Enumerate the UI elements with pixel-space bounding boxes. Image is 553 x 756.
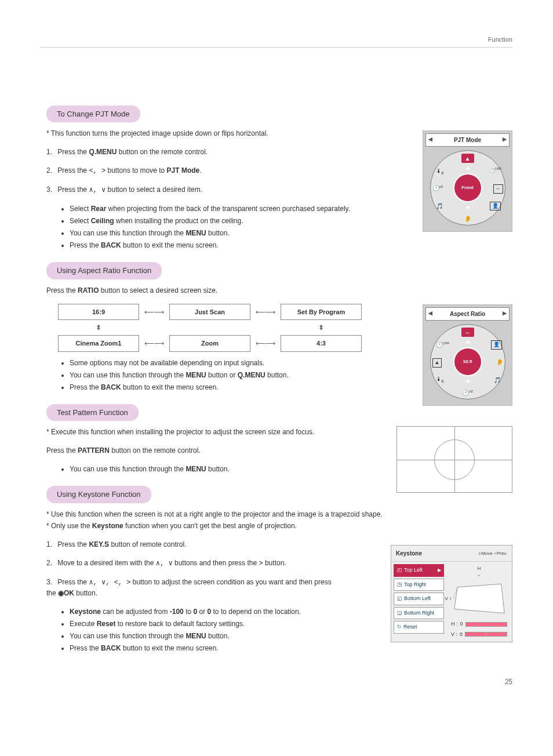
ks-note2-b: Keystone	[92, 522, 123, 530]
corner-tl-icon: ◰	[397, 566, 402, 575]
section-ks-heading: Using Keystone Function	[46, 486, 151, 503]
ks-s1-c: button of remote control.	[109, 540, 186, 548]
ks-side-hints: ⟐Move ↩Prev.	[478, 550, 507, 557]
ks-b1-h: to	[211, 608, 221, 616]
svg-marker-0	[454, 584, 504, 613]
ar-side-title: Aspect Ratio	[425, 307, 510, 321]
ar-b2-d: Q.MENU	[238, 371, 265, 379]
ks-item-label: Top Right	[404, 581, 426, 589]
pjt-b2-b: Ceiling	[91, 217, 114, 225]
corner-br-icon: ◲	[397, 609, 402, 617]
ks-b4-a: Press the	[70, 644, 101, 652]
ks-s1-b: KEY.S	[89, 540, 109, 548]
slider-bar[interactable]	[465, 632, 507, 637]
audio-icon: 🎵	[494, 376, 501, 384]
ks-b1-j: to depend on the location.	[221, 608, 301, 616]
pjt-b4-a: Press the	[70, 241, 101, 249]
ar-cell-zoom: Zoom	[169, 335, 250, 352]
ks-v-label: V :	[451, 631, 457, 639]
pjt-step1-a: Press the	[57, 148, 89, 156]
ear-icon: 👂	[496, 358, 503, 366]
arrow-lr-icon: ⟵⟶	[139, 307, 169, 317]
page-number: 25	[41, 677, 512, 687]
pjt-step3-c: button to select a desired item.	[105, 186, 202, 194]
ar-intro-c: button to select a desired screen size.	[99, 286, 217, 295]
ks-step-2: 2. Move to a desired item with the ∧, ∨ …	[46, 558, 342, 569]
tp-b-c: button.	[206, 465, 230, 473]
arrows-icon: ↔	[461, 328, 474, 337]
ks-note2-a: * Only use the	[46, 522, 92, 530]
user-icon: 👤	[491, 340, 502, 350]
pjt-b1-a: Select	[70, 205, 91, 213]
ar-b3-c: button to exit the menu screen.	[121, 383, 219, 391]
ks-item-label: Bottom Left	[404, 595, 431, 603]
tp-line-c: button on the remote control.	[110, 446, 201, 455]
ar-side-panel: Aspect Ratio 🕐OFF 👤 ▲ 👂 🌡K 🕐zZ 🎵 ↔ 16:9	[423, 304, 512, 406]
ks-b1-f: or	[197, 608, 207, 616]
pjt-side-panel: PJT Mode 🌡K 🕐OFF 🕐zZ ↔ 🎵 👤 👂 ▲ Front	[423, 130, 512, 232]
pjt-step1-c: button on the remote control.	[117, 148, 208, 156]
picture-mode-icon: ▲	[432, 358, 442, 368]
keystone-side-panel: Keystone ⟐Move ↩Prev. ◰Top Left ◳Top Rig…	[391, 545, 512, 642]
tp-line-a: Press the	[46, 446, 78, 455]
pjt-step1-b: Q.MENU	[89, 148, 117, 156]
pjt-b3-b: MENU	[185, 229, 206, 237]
ks-h-label: H :	[451, 620, 458, 628]
ar-b3-b: BACK	[101, 383, 121, 391]
arrow-lr-icon: ⟵⟶	[139, 338, 169, 348]
pjt-b4-c: button to exit the menu screen.	[121, 241, 219, 249]
ks-b1-a: Keystone	[70, 608, 101, 616]
keystone-diagram: V ↕	[453, 583, 505, 615]
ks-item-reset[interactable]: ↻Reset	[394, 621, 444, 634]
ks-s1-a: Press the	[57, 540, 89, 548]
pjt-b2-a: Select	[70, 217, 91, 225]
slider-bar[interactable]	[465, 622, 507, 627]
ks-item-bottomleft[interactable]: ◱Bottom Left	[394, 593, 444, 605]
pjt-b4-b: BACK	[101, 241, 121, 249]
sleep-icon: 🕐zZ	[432, 184, 443, 192]
ks-steps: 1. Press the KEY.S button of remote cont…	[46, 539, 342, 598]
ks-b4-b: BACK	[101, 644, 121, 652]
ks-b2-b: Reset	[97, 620, 116, 628]
arrows-icon: ↔	[493, 184, 503, 194]
corner-bl-icon: ◱	[397, 595, 402, 603]
ks-slider-h: H : 0	[451, 620, 507, 628]
ks-diag-v-label: V ↕	[445, 595, 452, 602]
ks-h-value: 0	[460, 620, 463, 628]
ks-item-list: ◰Top Left ◳Top Right ◱Bottom Left ◲Botto…	[391, 562, 446, 642]
audio-icon: 🎵	[436, 202, 443, 210]
ks-step-3: 3. Press the ∧, ∨, <, > button to adjust…	[46, 577, 342, 598]
ar-b2-a: You can use this function through the	[70, 371, 185, 379]
ks-b2-c: to restore back to default factory setti…	[115, 620, 245, 628]
chapter-header: Function	[41, 35, 512, 48]
ks-b1-c: -100	[170, 608, 184, 616]
thermometer-icon: 🌡K	[436, 375, 445, 385]
ks-b1-b: can be adjusted from	[101, 608, 170, 616]
clock-off-icon: 🕐OFF	[489, 166, 502, 175]
clock-off-icon: 🕐OFF	[436, 340, 450, 349]
ks-item-bottomright[interactable]: ◲Bottom Right	[394, 607, 444, 620]
pjt-b1-c: when projecting from the back of the tra…	[106, 205, 350, 213]
pjt-b2-c: when installing the product on the ceili…	[114, 217, 243, 225]
tp-b-a: You can use this function through the	[70, 465, 185, 473]
user-icon: 👤	[490, 201, 501, 211]
ar-wheel: 🕐OFF 👤 ▲ 👂 🌡K 🕐zZ 🎵 ↔ 16:9	[430, 324, 505, 399]
ks-slider-v: V : 0	[451, 631, 507, 639]
ks-note2: * Only use the Keystone function when yo…	[46, 521, 512, 531]
ar-b2-c: button or	[206, 371, 238, 379]
ks-s2-e: button.	[263, 559, 286, 567]
tp-b-b: MENU	[185, 465, 206, 473]
ks-item-topleft[interactable]: ◰Top Left	[394, 564, 444, 577]
ar-cell-justscan: Just Scan	[169, 304, 250, 321]
ks-b3-b: MENU	[185, 632, 206, 640]
ks-b2-a: Execute	[70, 620, 97, 628]
ks-b1-d: to	[184, 608, 194, 616]
ks-note1: * Use this function when the screen is n…	[46, 509, 512, 519]
pjt-b3-a: You can use this function through the	[70, 229, 185, 237]
ks-b3-a: You can use this function through the	[70, 632, 185, 640]
ar-cell-4-3: 4:3	[281, 335, 362, 352]
corner-tr-icon: ◳	[397, 581, 402, 589]
right-glyph: >	[259, 559, 263, 568]
ar-intro-a: Press the	[46, 286, 78, 295]
ks-item-topright[interactable]: ◳Top Right	[394, 579, 444, 591]
